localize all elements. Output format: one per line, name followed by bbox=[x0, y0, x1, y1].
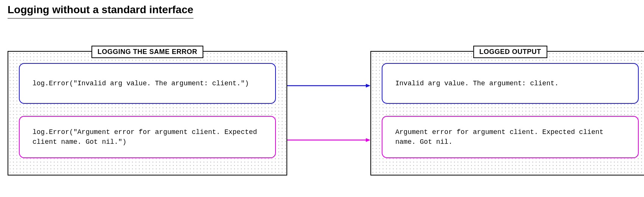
code-box-pink-left: log.Error("Argument error for argument c… bbox=[19, 116, 276, 158]
output-box-pink-right: Argument error for argument client. Expe… bbox=[382, 116, 639, 158]
panel-logging-label: LOGGING THE SAME ERROR bbox=[91, 46, 203, 58]
output-box-blue-right: Invalid arg value. The argument: client. bbox=[382, 63, 639, 104]
code-box-blue-left: log.Error("Invalid arg value. The argume… bbox=[19, 63, 276, 104]
diagram-container: LOGGING THE SAME ERROR log.Error("Invali… bbox=[8, 45, 636, 181]
panel-output-label: LOGGED OUTPUT bbox=[473, 46, 547, 58]
panel-logging: LOGGING THE SAME ERROR log.Error("Invali… bbox=[8, 51, 287, 175]
page-title: Logging without a standard interface bbox=[8, 4, 194, 18]
panel-output: LOGGED OUTPUT Invalid arg value. The arg… bbox=[370, 51, 644, 175]
